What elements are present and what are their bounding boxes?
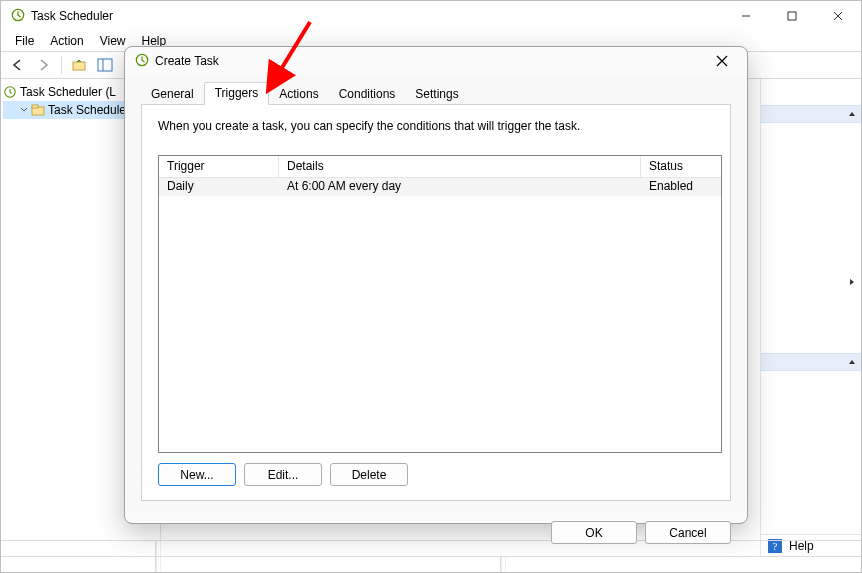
tab-actions[interactable]: Actions bbox=[269, 84, 328, 105]
dialog-close-button[interactable] bbox=[707, 47, 737, 75]
actions-pane-header-2[interactable] bbox=[761, 353, 861, 371]
clock-icon bbox=[11, 8, 25, 25]
window-title: Task Scheduler bbox=[31, 9, 113, 23]
back-icon[interactable] bbox=[7, 54, 29, 76]
cell-details: At 6:00 AM every day bbox=[279, 178, 641, 196]
ok-button[interactable]: OK bbox=[551, 521, 637, 544]
tab-conditions[interactable]: Conditions bbox=[329, 84, 406, 105]
maximize-button[interactable] bbox=[769, 1, 815, 31]
tab-settings[interactable]: Settings bbox=[405, 84, 468, 105]
cancel-button[interactable]: Cancel bbox=[645, 521, 731, 544]
col-header-details[interactable]: Details bbox=[279, 156, 641, 178]
col-header-status[interactable]: Status bbox=[641, 156, 721, 178]
dialog-body: General Triggers Actions Conditions Sett… bbox=[125, 75, 747, 513]
pane-icon[interactable] bbox=[94, 54, 116, 76]
cell-status: Enabled bbox=[641, 178, 721, 196]
tab-triggers[interactable]: Triggers bbox=[204, 82, 270, 105]
actions-pane-scroll[interactable] bbox=[761, 273, 861, 291]
menu-action[interactable]: Action bbox=[42, 32, 91, 50]
clock-icon bbox=[135, 53, 149, 70]
new-button[interactable]: New... bbox=[158, 463, 236, 486]
actions-pane: ? Help bbox=[761, 79, 861, 556]
tab-panel-triggers: When you create a task, you can specify … bbox=[141, 105, 731, 501]
title-bar: Task Scheduler bbox=[1, 1, 861, 31]
delete-button[interactable]: Delete bbox=[330, 463, 408, 486]
up-folder-icon[interactable] bbox=[68, 54, 90, 76]
svg-rect-2 bbox=[73, 62, 85, 70]
tabs-row: General Triggers Actions Conditions Sett… bbox=[141, 81, 731, 105]
dialog-title: Create Task bbox=[155, 54, 219, 68]
dialog-title-bar: Create Task bbox=[125, 47, 747, 75]
svg-rect-1 bbox=[788, 12, 796, 20]
svg-rect-3 bbox=[98, 59, 112, 71]
triggers-table-header: Trigger Details Status bbox=[159, 156, 721, 178]
tree-root-label: Task Scheduler (L bbox=[20, 85, 116, 99]
separator bbox=[61, 56, 62, 74]
svg-rect-10 bbox=[32, 105, 38, 108]
close-window-button[interactable] bbox=[815, 1, 861, 31]
forward-icon[interactable] bbox=[33, 54, 55, 76]
tree-child-label: Task Schedule bbox=[48, 103, 126, 117]
edit-button[interactable]: Edit... bbox=[244, 463, 322, 486]
dialog-footer: OK Cancel bbox=[125, 513, 747, 556]
col-header-trigger[interactable]: Trigger bbox=[159, 156, 279, 178]
menu-file[interactable]: File bbox=[7, 32, 42, 50]
triggers-table[interactable]: Trigger Details Status Daily At 6:00 AM … bbox=[158, 155, 722, 453]
triggers-table-row[interactable]: Daily At 6:00 AM every day Enabled bbox=[159, 178, 721, 196]
tab-description: When you create a task, you can specify … bbox=[158, 119, 714, 133]
cell-trigger: Daily bbox=[159, 178, 279, 196]
status-bar-lower bbox=[1, 556, 861, 572]
create-task-dialog: Create Task General Triggers Actions Con… bbox=[124, 46, 748, 524]
minimize-button[interactable] bbox=[723, 1, 769, 31]
table-actions: New... Edit... Delete bbox=[158, 463, 714, 486]
tab-general[interactable]: General bbox=[141, 84, 204, 105]
actions-pane-header-1[interactable] bbox=[761, 105, 861, 123]
